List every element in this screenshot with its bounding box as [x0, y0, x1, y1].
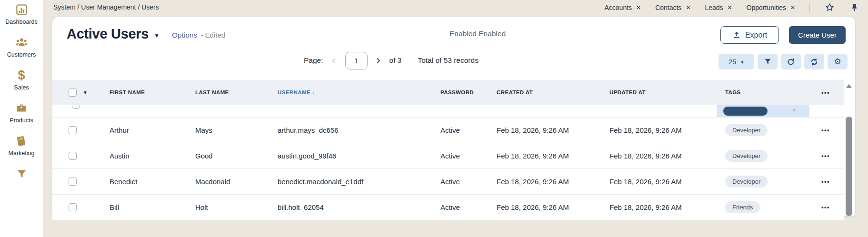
close-icon[interactable]: ✕ — [636, 4, 641, 11]
row-actions-menu[interactable]: ••• — [818, 178, 844, 185]
pin-icon[interactable] — [849, 2, 859, 13]
row-checkbox[interactable] — [69, 178, 77, 186]
dollar-icon: $ — [18, 69, 25, 82]
row-actions-menu[interactable]: ••• — [818, 152, 844, 159]
edited-label: - Edited — [200, 31, 225, 39]
cell-last-name: Macdonald — [195, 178, 278, 186]
tag-badge[interactable]: Developer — [725, 150, 768, 162]
sidebar-item-label: Products — [10, 117, 33, 124]
tab-label: Accounts — [604, 4, 632, 11]
cell-updated-at: Feb 18, 2026, 9:26 AM — [609, 178, 725, 186]
cell-password: Active — [440, 152, 497, 160]
next-page-button[interactable] — [373, 55, 384, 66]
cell-password: Active — [440, 203, 497, 211]
column-header-first-name[interactable]: FIRST NAME — [110, 89, 195, 95]
sidebar-item-label: Marketing — [9, 150, 35, 157]
cell-updated-at: Feb 18, 2026, 9:26 AM — [609, 152, 725, 160]
column-header-password[interactable]: PASSWORD — [440, 89, 497, 95]
options-link[interactable]: Options — [172, 31, 197, 40]
top-bar: System / User Management / Users Account… — [0, 0, 868, 15]
column-header-username[interactable]: USERNAME↓ — [278, 89, 440, 95]
page-size-value: 25 — [728, 58, 737, 66]
column-header-created-at[interactable]: CREATED AT — [497, 89, 609, 95]
book-icon — [15, 134, 28, 148]
table-row[interactable]: Arthur Mays arthur.mays_dc656 Active Feb… — [52, 118, 844, 143]
row-checkbox[interactable] — [69, 152, 77, 160]
cell-username: benedict.macdonald_e1ddf — [278, 178, 440, 186]
cell-created-at: Feb 18, 2026, 9:26 AM — [497, 203, 609, 211]
tag-badge[interactable]: Friends — [725, 201, 760, 213]
tab-label: Contacts — [655, 4, 681, 11]
sidebar-item-filter[interactable] — [16, 167, 28, 183]
pagination: Page: of 3 Total of 53 records — [304, 51, 479, 70]
sidebar-item-dashboards[interactable]: Dashboards — [5, 3, 37, 25]
scroll-up-arrow-icon[interactable] — [846, 84, 852, 88]
sidebar-item-label: Sales — [14, 84, 29, 91]
table-body: Arthur Mays arthur.mays_dc656 Active Feb… — [52, 118, 844, 220]
cell-created-at: Feb 18, 2026, 9:26 AM — [497, 152, 609, 160]
column-header-last-name[interactable]: LAST NAME — [195, 89, 278, 95]
close-icon[interactable]: ✕ — [728, 4, 732, 11]
title-caret-down-icon[interactable]: ▼ — [154, 32, 160, 39]
main-panel: Active Users ▼ Options - Edited Enabled … — [52, 17, 855, 216]
select-menu-caret-icon[interactable]: ▼ — [83, 90, 110, 95]
tab-contacts[interactable]: Contacts ✕ — [655, 4, 690, 11]
column-header-updated-at[interactable]: UPDATED AT — [609, 89, 725, 95]
tab-accounts[interactable]: Accounts ✕ — [604, 4, 641, 11]
select-all-checkbox[interactable] — [69, 89, 77, 97]
table-row[interactable]: Bill Holt bill.holt_62054 Active Feb 18,… — [52, 195, 844, 220]
settings-button[interactable]: ⚙ — [828, 54, 848, 69]
sidebar-item-label: Dashboards — [5, 19, 37, 25]
selected-tag-pill[interactable] — [723, 107, 768, 116]
row-checkbox[interactable] — [72, 105, 80, 109]
column-header-label: USERNAME — [278, 89, 310, 95]
sidebar-item-label: Customers — [7, 51, 36, 58]
cell-created-at: Feb 18, 2026, 9:26 AM — [497, 178, 609, 186]
page-number-input[interactable] — [345, 52, 368, 69]
bar-chart-icon — [15, 3, 28, 16]
sidebar-item-sales[interactable]: $ Sales — [14, 69, 29, 91]
page-size-dropdown[interactable]: 25 ▼ — [718, 54, 754, 69]
tab-opportunities[interactable]: Opportunities ✕ — [747, 4, 795, 11]
sync-button[interactable] — [804, 54, 824, 69]
cell-tags: Friends — [725, 201, 818, 213]
page-count-label: of 3 — [389, 56, 402, 65]
row-actions-menu[interactable]: ••• — [818, 204, 844, 211]
sidebar-item-products[interactable]: Products — [10, 101, 33, 124]
list-controls: 25 ▼ ⚙ — [718, 54, 848, 69]
cell-first-name: Arthur — [110, 126, 195, 134]
upload-icon — [732, 31, 741, 40]
tag-badge[interactable]: Developer — [725, 124, 768, 136]
cell-last-name: Mays — [195, 126, 278, 134]
row-actions-menu[interactable]: ••• — [818, 127, 844, 134]
star-icon[interactable] — [824, 2, 835, 13]
column-options-menu[interactable]: ••• — [818, 89, 844, 96]
row-checkbox[interactable] — [69, 203, 77, 211]
partial-table-row[interactable]: ✕ — [52, 105, 844, 118]
sidebar-item-customers[interactable]: Customers — [7, 36, 36, 58]
column-header-tags[interactable]: TAGS — [725, 89, 818, 95]
close-icon[interactable]: ✕ — [686, 4, 690, 11]
row-checkbox[interactable] — [69, 126, 77, 134]
close-icon[interactable]: ✕ — [790, 4, 795, 11]
create-user-button[interactable]: Create User — [789, 26, 846, 44]
clear-icon[interactable]: ✕ — [792, 108, 796, 113]
filter-button[interactable] — [758, 54, 778, 69]
scrollbar-thumb[interactable] — [846, 117, 852, 216]
tag-badge[interactable]: Developer — [725, 176, 768, 188]
cell-updated-at: Feb 18, 2026, 9:26 AM — [609, 203, 725, 211]
tag-edit-cell[interactable]: ✕ — [717, 105, 809, 118]
table-row[interactable]: Austin Good austin.good_99f46 Active Feb… — [52, 143, 844, 169]
export-button[interactable]: Export — [720, 26, 779, 44]
table-row[interactable]: Benedict Macdonald benedict.macdonald_e1… — [52, 169, 844, 195]
refresh-button[interactable] — [781, 54, 801, 69]
prev-page-button[interactable] — [329, 55, 339, 66]
vertical-scrollbar[interactable] — [845, 80, 853, 216]
sidebar-item-marketing[interactable]: Marketing — [9, 134, 35, 157]
page-label: Page: — [304, 56, 323, 65]
funnel-icon — [16, 167, 28, 180]
tab-leads[interactable]: Leads ✕ — [705, 4, 732, 11]
sync-icon — [810, 58, 818, 66]
divider — [809, 3, 810, 12]
tab-label: Leads — [705, 4, 723, 11]
